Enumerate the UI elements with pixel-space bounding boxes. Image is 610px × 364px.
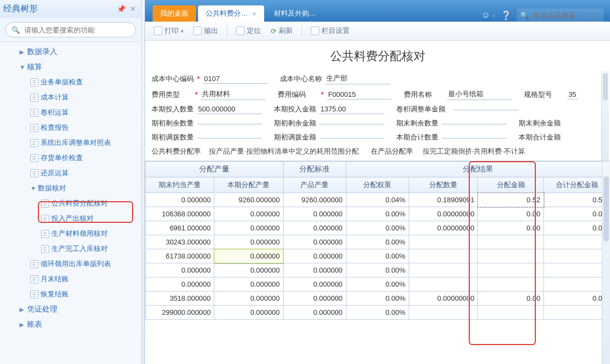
cell-endeqv[interactable]: 0.000000 xyxy=(146,263,214,277)
val-amtin[interactable]: 1375.00 xyxy=(319,104,384,114)
cell-allocamt[interactable] xyxy=(478,263,544,277)
cell-totalallocamt[interactable]: 0.00 xyxy=(544,207,610,221)
col-weight[interactable]: 分配权重 xyxy=(346,177,409,193)
tree-item-pubmatalloc[interactable]: 公共料费分配核对 xyxy=(0,196,141,211)
cell-weight[interactable]: 0.00% xyxy=(346,221,409,235)
cell-endeqv[interactable]: 0.000000 xyxy=(146,193,214,207)
cell-periodalloc[interactable]: 0.000000 xyxy=(214,306,283,320)
cell-allocqty[interactable]: 0.00000000 xyxy=(409,292,478,306)
top-search-input[interactable] xyxy=(532,11,597,20)
refresh-button[interactable]: ⟳刷新 xyxy=(267,25,296,37)
tree-item-datacheck[interactable]: ▼数据核对 xyxy=(0,181,141,196)
cell-totalallocamt[interactable]: 0.52 xyxy=(544,193,610,207)
val-beginamt[interactable] xyxy=(319,123,384,124)
cell-endeqv[interactable]: 3518.000000 xyxy=(146,292,214,306)
cell-allocqty[interactable]: 0.00000000 xyxy=(409,221,478,235)
cell-prodqty[interactable]: 0.000000 xyxy=(283,235,346,249)
smile-icon[interactable]: ☺ ▾ xyxy=(481,10,495,20)
val-beginqty[interactable] xyxy=(197,123,262,124)
cell-allocamt[interactable]: 0.00 xyxy=(478,292,544,306)
cell-allocamt[interactable] xyxy=(478,249,544,263)
col-totalallocamt[interactable]: 合计分配金额 xyxy=(544,177,610,193)
cell-prodqty[interactable]: 0.000000 xyxy=(283,292,346,306)
cell-weight[interactable]: 0.00% xyxy=(346,306,409,320)
val-feetype[interactable]: 共用材料 xyxy=(201,89,266,100)
cell-prodqty[interactable]: 0.000000 xyxy=(283,277,346,292)
cell-endeqv[interactable]: 61738.000000 xyxy=(146,249,214,263)
cell-totalallocamt[interactable] xyxy=(544,249,610,263)
table-row[interactable]: 106368.0000000.0000000.0000000.00%0.0000… xyxy=(146,207,610,221)
tab-materials[interactable]: 材料及外购… xyxy=(266,5,324,22)
export-button[interactable]: 输出 xyxy=(190,25,221,37)
tree-item-recover[interactable]: 恢复结账 xyxy=(0,287,141,302)
cell-totalallocamt[interactable] xyxy=(544,235,610,249)
cell-allocamt[interactable]: 0.00 xyxy=(478,221,544,235)
cell-allocamt[interactable] xyxy=(478,235,544,249)
cell-allocamt[interactable]: 0.52 xyxy=(478,193,544,207)
col-allocqty[interactable]: 分配数量 xyxy=(409,177,478,193)
table-row[interactable]: 6961.0000000.0000000.0000000.00%0.000000… xyxy=(146,221,610,235)
val-qtyin[interactable]: 500.000000 xyxy=(197,104,262,114)
tree-item-costcalc[interactable]: 成本计算 xyxy=(0,90,141,105)
val-beginadjamt[interactable] xyxy=(319,137,384,138)
val-endqty[interactable] xyxy=(442,123,507,124)
table-row[interactable]: 0.0000000.0000000.0000000.00% xyxy=(146,263,610,277)
position-button[interactable]: 定位 xyxy=(233,25,264,37)
form-scrollbar[interactable] xyxy=(601,71,609,161)
cell-prodqty[interactable]: 0.000000 xyxy=(283,221,346,235)
cell-weight[interactable]: 0.00% xyxy=(346,235,409,249)
cell-endeqv[interactable]: 106368.000000 xyxy=(146,207,214,221)
sidebar-search[interactable]: 🔍 xyxy=(5,22,136,37)
top-search[interactable]: 🔍 xyxy=(517,9,604,22)
print-button[interactable]: 打印▾ xyxy=(150,25,187,37)
cell-allocqty[interactable] xyxy=(409,249,478,263)
val-feename[interactable]: 最小号纸箱 xyxy=(447,89,512,100)
val-spec[interactable]: 35 xyxy=(567,90,578,100)
cell-periodalloc[interactable]: 9260.000000 xyxy=(214,193,283,207)
col-periodalloc[interactable]: 本期分配产量 xyxy=(214,177,283,193)
data-grid[interactable]: 分配产量 分配标准 分配结果 期末约当产量 本期分配产量 产品产量 分配权重 分… xyxy=(145,161,610,320)
val-costcenter-name[interactable]: 生产部 xyxy=(325,73,390,84)
table-row[interactable]: 3518.0000000.0000000.0000000.00%0.000000… xyxy=(146,292,610,306)
tree-item-data-entry[interactable]: ▶ 数据录入 xyxy=(0,44,141,59)
cell-periodalloc[interactable]: 0.000000 xyxy=(214,221,283,235)
cell-totalallocamt[interactable]: 0.00 xyxy=(544,221,610,235)
cell-weight[interactable]: 0.00% xyxy=(346,249,409,263)
tree-item-monthend[interactable]: 月末结账 xyxy=(0,272,141,287)
cell-allocqty[interactable] xyxy=(409,277,478,292)
cell-endeqv[interactable]: 299000.000000 xyxy=(146,306,214,320)
columns-button[interactable]: 栏目设置 xyxy=(307,25,353,37)
cell-allocqty[interactable]: 0.00000000 xyxy=(409,207,478,221)
cell-endeqv[interactable]: 0.000000 xyxy=(146,277,214,292)
cell-totalallocamt[interactable] xyxy=(544,277,610,292)
cell-totalallocamt[interactable] xyxy=(544,306,610,320)
tree-item-restore[interactable]: 还原运算 xyxy=(0,166,141,181)
cell-endeqv[interactable]: 6961.000000 xyxy=(146,221,214,235)
col-allocamt[interactable]: 分配金额 xyxy=(478,177,544,193)
cell-allocqty[interactable] xyxy=(409,235,478,249)
tree-item-hesuan[interactable]: ▼ 核算 xyxy=(0,59,141,75)
cell-allocamt[interactable]: 0.00 xyxy=(478,207,544,221)
cell-prodqty[interactable]: 9260.000000 xyxy=(283,193,346,207)
cell-weight[interactable]: 0.00% xyxy=(346,263,409,277)
tree-item-juanjiyun[interactable]: 卷积运算 xyxy=(0,105,141,120)
val-costcenter-code[interactable]: 0107 xyxy=(203,74,268,84)
col-endeqv[interactable]: 期末约当产量 xyxy=(146,177,214,193)
cell-endeqv[interactable]: 30243.000000 xyxy=(146,235,214,249)
pin-icon[interactable]: 📌 xyxy=(117,5,126,13)
tree-item-sysadjust[interactable]: 系统出库调整单对照表 xyxy=(0,135,141,150)
cell-periodalloc[interactable]: 0.000000 xyxy=(214,235,283,249)
val-periodtotqty[interactable] xyxy=(442,137,507,138)
tree-item-inputoutput[interactable]: 投入产出核对 xyxy=(0,211,141,226)
val-beginadjqty[interactable] xyxy=(197,137,262,138)
cell-weight[interactable]: 0.00% xyxy=(346,292,409,306)
cell-prodqty[interactable]: 0.000000 xyxy=(283,249,346,263)
tree-item-report[interactable]: ▶账表 xyxy=(0,317,141,332)
cell-periodalloc[interactable]: 0.000000 xyxy=(214,207,283,221)
table-row[interactable]: 30243.0000000.0000000.0000000.00% xyxy=(146,235,610,249)
close-icon[interactable]: × xyxy=(252,10,257,18)
tree-item-invprice[interactable]: 存货单价检查 xyxy=(0,150,141,166)
cell-periodalloc[interactable]: 0.000000 xyxy=(214,277,283,292)
table-row[interactable]: 299000.0000000.0000000.0000000.00% xyxy=(146,306,610,320)
val-feecode[interactable]: F000015 xyxy=(327,90,392,100)
